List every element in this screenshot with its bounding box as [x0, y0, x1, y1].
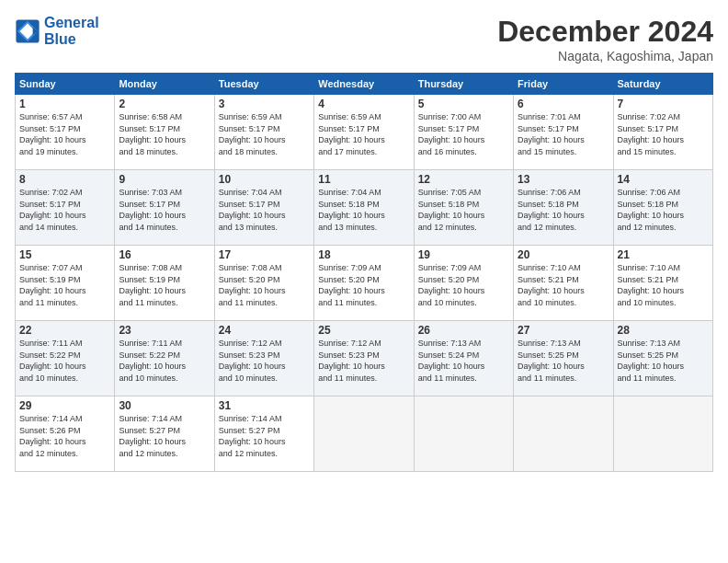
day-cell-1: 1Sunrise: 6:57 AM Sunset: 5:17 PM Daylig… — [16, 95, 115, 170]
day-cell-20: 20Sunrise: 7:10 AM Sunset: 5:21 PM Dayli… — [514, 246, 613, 321]
day-number-21: 21 — [618, 248, 709, 261]
day-cell-7: 7Sunrise: 7:02 AM Sunset: 5:17 PM Daylig… — [613, 95, 712, 170]
day-info-16: Sunrise: 7:08 AM Sunset: 5:19 PM Dayligh… — [119, 262, 210, 308]
day-number-8: 8 — [19, 173, 110, 186]
day-number-22: 22 — [19, 324, 110, 337]
empty-cell — [514, 396, 613, 472]
day-cell-21: 21Sunrise: 7:10 AM Sunset: 5:21 PM Dayli… — [613, 246, 712, 321]
day-cell-15: 15Sunrise: 7:07 AM Sunset: 5:19 PM Dayli… — [16, 246, 115, 321]
weekday-header-saturday: Saturday — [613, 74, 712, 95]
day-info-9: Sunrise: 7:03 AM Sunset: 5:17 PM Dayligh… — [119, 187, 210, 233]
weekday-header-tuesday: Tuesday — [214, 74, 313, 95]
day-cell-16: 16Sunrise: 7:08 AM Sunset: 5:19 PM Dayli… — [115, 246, 214, 321]
day-cell-23: 23Sunrise: 7:11 AM Sunset: 5:22 PM Dayli… — [115, 321, 214, 396]
day-info-7: Sunrise: 7:02 AM Sunset: 5:17 PM Dayligh… — [618, 111, 709, 157]
day-info-22: Sunrise: 7:11 AM Sunset: 5:22 PM Dayligh… — [19, 338, 110, 384]
day-cell-25: 25Sunrise: 7:12 AM Sunset: 5:23 PM Dayli… — [314, 321, 414, 396]
day-info-10: Sunrise: 7:04 AM Sunset: 5:17 PM Dayligh… — [219, 187, 310, 233]
day-info-21: Sunrise: 7:10 AM Sunset: 5:21 PM Dayligh… — [618, 262, 709, 308]
day-number-9: 9 — [119, 173, 210, 186]
day-number-27: 27 — [518, 324, 609, 337]
day-number-12: 12 — [418, 173, 509, 186]
day-cell-12: 12Sunrise: 7:05 AM Sunset: 5:18 PM Dayli… — [414, 170, 513, 246]
day-cell-11: 11Sunrise: 7:04 AM Sunset: 5:18 PM Dayli… — [314, 170, 414, 246]
day-cell-14: 14Sunrise: 7:06 AM Sunset: 5:18 PM Dayli… — [613, 170, 712, 246]
day-info-28: Sunrise: 7:13 AM Sunset: 5:25 PM Dayligh… — [618, 338, 709, 384]
day-cell-30: 30Sunrise: 7:14 AM Sunset: 5:27 PM Dayli… — [115, 396, 214, 472]
day-number-10: 10 — [219, 173, 310, 186]
week-row-3: 15Sunrise: 7:07 AM Sunset: 5:19 PM Dayli… — [16, 246, 713, 321]
day-number-4: 4 — [318, 98, 409, 110]
day-cell-6: 6Sunrise: 7:01 AM Sunset: 5:17 PM Daylig… — [514, 95, 613, 170]
day-number-6: 6 — [518, 98, 609, 110]
day-info-12: Sunrise: 7:05 AM Sunset: 5:18 PM Dayligh… — [418, 187, 509, 233]
empty-cell — [314, 396, 414, 472]
empty-cell — [414, 396, 513, 472]
day-cell-29: 29Sunrise: 7:14 AM Sunset: 5:26 PM Dayli… — [16, 396, 115, 472]
day-number-16: 16 — [119, 248, 210, 261]
day-info-27: Sunrise: 7:13 AM Sunset: 5:25 PM Dayligh… — [518, 338, 609, 384]
day-info-15: Sunrise: 7:07 AM Sunset: 5:19 PM Dayligh… — [19, 262, 110, 308]
day-cell-18: 18Sunrise: 7:09 AM Sunset: 5:20 PM Dayli… — [314, 246, 414, 321]
day-number-14: 14 — [618, 173, 709, 186]
day-number-28: 28 — [618, 324, 709, 337]
location-title: Nagata, Kagoshima, Japan — [497, 49, 713, 63]
day-cell-31: 31Sunrise: 7:14 AM Sunset: 5:27 PM Dayli… — [214, 396, 313, 472]
day-number-18: 18 — [318, 248, 409, 261]
calendar-table: SundayMondayTuesdayWednesdayThursdayFrid… — [15, 73, 713, 472]
day-cell-2: 2Sunrise: 6:58 AM Sunset: 5:17 PM Daylig… — [115, 95, 214, 170]
day-number-20: 20 — [518, 248, 609, 261]
day-number-13: 13 — [518, 173, 609, 186]
day-cell-28: 28Sunrise: 7:13 AM Sunset: 5:25 PM Dayli… — [613, 321, 712, 396]
day-number-25: 25 — [318, 324, 409, 337]
day-info-14: Sunrise: 7:06 AM Sunset: 5:18 PM Dayligh… — [618, 187, 709, 233]
day-number-23: 23 — [119, 324, 210, 337]
day-info-31: Sunrise: 7:14 AM Sunset: 5:27 PM Dayligh… — [219, 413, 310, 459]
day-cell-26: 26Sunrise: 7:13 AM Sunset: 5:24 PM Dayli… — [414, 321, 513, 396]
day-cell-24: 24Sunrise: 7:12 AM Sunset: 5:23 PM Dayli… — [214, 321, 313, 396]
day-number-29: 29 — [19, 399, 110, 412]
day-info-20: Sunrise: 7:10 AM Sunset: 5:21 PM Dayligh… — [518, 262, 609, 308]
day-number-15: 15 — [19, 248, 110, 261]
day-number-19: 19 — [418, 248, 509, 261]
day-cell-9: 9Sunrise: 7:03 AM Sunset: 5:17 PM Daylig… — [115, 170, 214, 246]
week-row-2: 8Sunrise: 7:02 AM Sunset: 5:17 PM Daylig… — [16, 170, 713, 246]
day-info-29: Sunrise: 7:14 AM Sunset: 5:26 PM Dayligh… — [19, 413, 110, 459]
day-info-3: Sunrise: 6:59 AM Sunset: 5:17 PM Dayligh… — [219, 111, 310, 157]
day-info-23: Sunrise: 7:11 AM Sunset: 5:22 PM Dayligh… — [119, 338, 210, 384]
day-number-17: 17 — [219, 248, 310, 261]
day-cell-13: 13Sunrise: 7:06 AM Sunset: 5:18 PM Dayli… — [514, 170, 613, 246]
day-info-18: Sunrise: 7:09 AM Sunset: 5:20 PM Dayligh… — [318, 262, 409, 308]
day-info-25: Sunrise: 7:12 AM Sunset: 5:23 PM Dayligh… — [318, 338, 409, 384]
day-info-5: Sunrise: 7:00 AM Sunset: 5:17 PM Dayligh… — [418, 111, 509, 157]
day-number-26: 26 — [418, 324, 509, 337]
day-cell-4: 4Sunrise: 6:59 AM Sunset: 5:17 PM Daylig… — [314, 95, 414, 170]
weekday-header-wednesday: Wednesday — [314, 74, 414, 95]
day-info-11: Sunrise: 7:04 AM Sunset: 5:18 PM Dayligh… — [318, 187, 409, 233]
logo-icon — [15, 18, 40, 44]
day-cell-8: 8Sunrise: 7:02 AM Sunset: 5:17 PM Daylig… — [16, 170, 115, 246]
header: General Blue December 2024 Nagata, Kagos… — [15, 15, 713, 63]
day-number-3: 3 — [219, 98, 310, 110]
day-info-4: Sunrise: 6:59 AM Sunset: 5:17 PM Dayligh… — [318, 111, 409, 157]
day-info-1: Sunrise: 6:57 AM Sunset: 5:17 PM Dayligh… — [19, 111, 110, 157]
day-info-30: Sunrise: 7:14 AM Sunset: 5:27 PM Dayligh… — [119, 413, 210, 459]
day-number-7: 7 — [618, 98, 709, 110]
day-cell-19: 19Sunrise: 7:09 AM Sunset: 5:20 PM Dayli… — [414, 246, 513, 321]
day-info-13: Sunrise: 7:06 AM Sunset: 5:18 PM Dayligh… — [518, 187, 609, 233]
day-cell-27: 27Sunrise: 7:13 AM Sunset: 5:25 PM Dayli… — [514, 321, 613, 396]
week-row-5: 29Sunrise: 7:14 AM Sunset: 5:26 PM Dayli… — [16, 396, 713, 472]
day-number-31: 31 — [219, 399, 310, 412]
weekday-header-monday: Monday — [115, 74, 214, 95]
week-row-4: 22Sunrise: 7:11 AM Sunset: 5:22 PM Dayli… — [16, 321, 713, 396]
day-info-24: Sunrise: 7:12 AM Sunset: 5:23 PM Dayligh… — [219, 338, 310, 384]
day-number-2: 2 — [119, 98, 210, 110]
day-info-17: Sunrise: 7:08 AM Sunset: 5:20 PM Dayligh… — [219, 262, 310, 308]
weekday-header-row: SundayMondayTuesdayWednesdayThursdayFrid… — [16, 74, 713, 95]
day-cell-17: 17Sunrise: 7:08 AM Sunset: 5:20 PM Dayli… — [214, 246, 313, 321]
empty-cell — [613, 396, 712, 472]
weekday-header-thursday: Thursday — [414, 74, 513, 95]
logo-text: General Blue — [44, 15, 99, 47]
month-title: December 2024 — [497, 15, 713, 49]
day-info-19: Sunrise: 7:09 AM Sunset: 5:20 PM Dayligh… — [418, 262, 509, 308]
